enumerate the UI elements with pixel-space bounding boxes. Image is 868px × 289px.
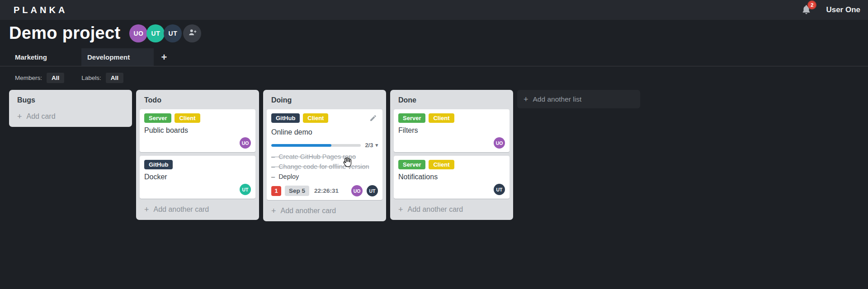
project-header: Demo project UO UT UT [0,20,868,43]
avatar[interactable]: UT [494,184,505,195]
avatar[interactable]: UO [351,185,363,196]
label-client[interactable]: Client [303,113,328,123]
task-item: Deploy [271,172,378,182]
label-github[interactable]: GitHub [271,113,300,123]
avatar[interactable]: UT [164,24,182,42]
avatar[interactable]: UO [129,24,147,42]
label-client[interactable]: Client [175,113,200,123]
card-labels: GitHub Client [271,113,328,123]
add-card-button[interactable]: + Add card [13,109,128,123]
chevron-down-icon: ▾ [375,142,378,148]
add-card-label: Add another card [281,207,336,215]
card-title: Notifications [398,173,505,181]
members-filter-label: Members: [15,75,42,81]
add-user-icon [188,28,197,39]
card-title: Filters [398,126,505,135]
label-server[interactable]: Server [398,160,425,169]
notification-count-badge: 1 [271,186,281,196]
add-board-button[interactable]: + [154,48,175,66]
avatar[interactable]: UT [240,184,251,195]
plus-icon: + [398,205,403,214]
list-todo: Todo Server Client Public boards UO GitH… [136,90,259,220]
members-filter: Members: All [15,73,64,83]
plus-icon: + [271,207,276,215]
progress-bar [271,144,361,147]
add-card-button[interactable]: + Add another card [267,204,382,218]
card-labels: Server Client [398,113,505,123]
due-date-badge[interactable]: Sep 5 [285,186,309,196]
tasks-counter-value: 2/3 [365,142,373,149]
label-server[interactable]: Server [144,113,171,123]
members-filter-value[interactable]: All [47,73,64,83]
list-doing: Doing GitHub Client Online demo [263,90,386,221]
avatar[interactable]: UO [494,137,505,149]
card-badges: 1 Sep 5 22:26:31 UO UT [271,185,378,196]
project-title[interactable]: Demo project [9,23,120,43]
planka-app: PLANKA 2 User One Demo project UO UT UT [0,0,868,289]
list-title[interactable]: Bugs [13,93,128,109]
filter-bar: Members: All Labels: All [15,73,868,83]
labels-filter-value[interactable]: All [106,73,123,83]
card-online-demo[interactable]: GitHub Client Online demo 2/3 ▾ [267,109,382,200]
add-list-label: Add another list [533,95,582,103]
card-labels: Server Client [144,113,251,123]
card-members: UT [398,183,505,195]
avatar[interactable]: UT [146,24,165,42]
task-item: Change code for offline version [271,162,378,172]
add-card-label: Add another card [154,205,209,214]
tab-marketing[interactable]: Marketing [9,48,81,66]
bell-icon [801,9,812,17]
notification-badge: 2 [807,0,816,9]
board: Bugs + Add card Todo Server Client Publi… [9,90,868,221]
list-title[interactable]: Done [394,93,509,109]
plus-icon: + [17,112,22,121]
card-docker[interactable]: GitHub Docker UT [140,156,255,199]
avatar[interactable]: UO [240,137,251,149]
top-bar-right: 2 User One [801,4,860,16]
card-members: UO [398,136,505,149]
plus-icon: + [524,95,528,103]
project-members: UO UT UT [129,24,201,42]
card-members: UO [144,136,251,149]
board-tabs: Marketing Development + [0,48,868,66]
add-member-button[interactable] [183,24,201,42]
top-bar: PLANKA 2 User One [0,0,868,20]
card-title: Public boards [144,126,251,135]
list-title[interactable]: Doing [267,93,382,109]
tasks-counter[interactable]: 2/3 ▾ [365,142,378,149]
card-members: UT [144,183,251,195]
avatar[interactable]: UT [367,185,378,196]
list-bugs: Bugs + Add card [9,90,132,127]
label-client[interactable]: Client [429,160,454,169]
notifications-button[interactable]: 2 [801,4,812,16]
label-server[interactable]: Server [398,113,425,123]
list-title[interactable]: Todo [140,93,255,109]
user-menu[interactable]: User One [826,5,860,14]
tasks-progress: 2/3 ▾ [271,142,378,149]
task-item: Create GitHub Pages repo [271,152,378,162]
app-logo[interactable]: PLANKA [14,5,67,15]
label-github[interactable]: GitHub [144,160,173,169]
labels-filter: Labels: All [81,73,123,83]
add-card-button[interactable]: + Add another card [140,202,255,216]
label-client[interactable]: Client [429,113,454,123]
list-done: Done Server Client Filters UO Server Cli… [390,90,513,220]
card-title: Online demo [271,128,378,136]
add-card-label: Add another card [408,205,463,214]
add-card-button[interactable]: + Add another card [394,202,509,216]
plus-icon: + [144,205,149,214]
card-public-boards[interactable]: Server Client Public boards UO [140,109,255,152]
edit-card-icon[interactable] [368,113,378,125]
card-notifications[interactable]: Server Client Notifications UT [394,156,509,199]
tab-development[interactable]: Development [81,48,154,66]
add-list-button[interactable]: + Add another list [517,90,640,108]
card-head: GitHub Client [271,113,378,125]
card-title: Docker [144,173,251,181]
add-card-label: Add card [27,112,56,121]
timer-badge[interactable]: 22:26:31 [314,187,339,194]
progress-fill [271,144,331,147]
card-filters[interactable]: Server Client Filters UO [394,109,509,152]
card-labels: Server Client [398,160,505,169]
labels-filter-label: Labels: [81,75,101,81]
card-labels: GitHub [144,160,251,169]
